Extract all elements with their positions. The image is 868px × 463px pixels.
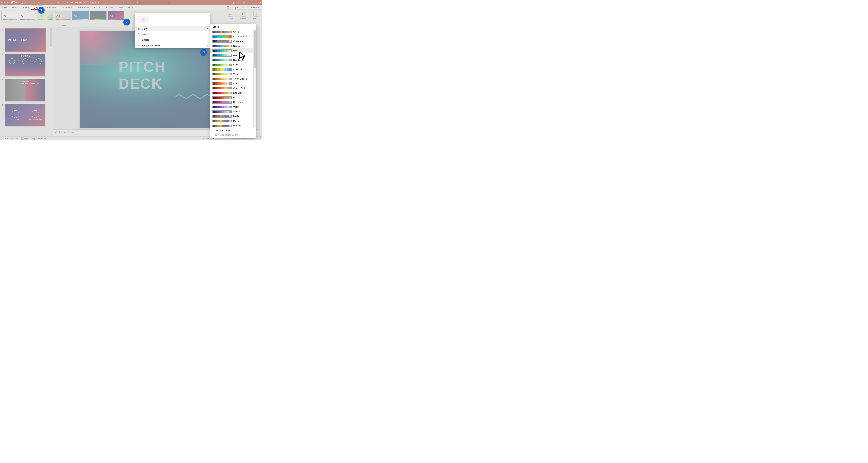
color-scheme-item[interactable]: Paper: [210, 119, 256, 123]
slide-thumbnail[interactable]: THE PROBLEM CURRENT SOLUTION: [5, 104, 45, 126]
theme-thumb[interactable]: Aa: [1, 11, 18, 21]
ribbon-display-icon[interactable]: ▭: [243, 1, 245, 4]
color-scheme-item[interactable]: Office 2007 - 2010: [210, 34, 256, 39]
tab-record[interactable]: Record: [92, 5, 104, 10]
flyout-header: Office: [210, 24, 256, 30]
effects-icon: ◎: [137, 38, 140, 41]
color-scheme-item[interactable]: Red: [210, 95, 256, 100]
tab-file[interactable]: File: [1, 5, 10, 10]
color-swatch-strip: [213, 101, 231, 103]
tab-transitions[interactable]: Transitions: [43, 5, 59, 10]
maximize-icon[interactable]: ☐: [254, 1, 256, 4]
color-scheme-item[interactable]: Blue Warm: [210, 43, 256, 48]
autosave-state: Off: [16, 1, 19, 4]
slide-thumbnail-item[interactable]: 4 THE PROBLEM CURRENT SOLUTION: [2, 104, 52, 126]
thumbnails-scrollbar[interactable]: [50, 27, 53, 136]
menu-item-fonts[interactable]: AFonts›: [135, 31, 210, 37]
window-controls: ◈ ✎ ▭ — ☐ ✕: [233, 1, 261, 4]
color-scheme-item[interactable]: Marquee: [210, 123, 256, 127]
close-icon[interactable]: ✕: [259, 1, 261, 4]
theme-thumb[interactable]: Aa: [55, 11, 71, 21]
reset-theme-colors-item: Reset Slide Theme Colors: [210, 133, 256, 137]
slide-thumbnail[interactable]: TRACTION: [5, 54, 45, 76]
comments-button[interactable]: 💬: [225, 5, 231, 9]
slide-thumbnail[interactable]: PITCH DECK: [5, 29, 45, 52]
quick-access-toolbar: 💾 ↶ ↻ ▷ ▾: [21, 1, 40, 4]
slide-thumbnail-item[interactable]: 1 PITCH DECK: [2, 29, 52, 52]
accessibility-status[interactable]: 🕵 Accessibility: Investigate: [21, 137, 46, 140]
color-swatch-strip: [213, 64, 231, 66]
tab-animations[interactable]: Animations: [59, 5, 75, 10]
theme-thumb[interactable]: Aa: [72, 11, 89, 21]
accessibility-label: Accessibility: Investigate: [24, 137, 46, 140]
menu-item-background-styles[interactable]: ▨Background Styles›: [135, 42, 210, 48]
editor-scrollbar[interactable]: [259, 27, 262, 136]
fit-to-window-icon[interactable]: ⛶: [259, 137, 261, 140]
search-box[interactable]: 🔍 Search (Alt+Q): [121, 1, 170, 4]
color-swatch-strip: [213, 73, 231, 75]
color-scheme-item[interactable]: Office: [210, 30, 256, 34]
thumb-title: MARKET OPPORTUNITIES: [22, 81, 44, 85]
record-button[interactable]: Record: [232, 5, 246, 9]
tab-insert[interactable]: Insert: [21, 5, 31, 10]
color-scheme-label: Marquee: [233, 125, 242, 127]
color-scheme-item[interactable]: Green Yellow: [210, 67, 256, 72]
menu-label: Effects: [142, 38, 149, 41]
menu-item-colors[interactable]: ▦Colors›: [135, 26, 210, 31]
slide-number: 1: [2, 29, 4, 52]
mic-icon[interactable]: ✎: [238, 1, 240, 4]
start-from-beginning-icon[interactable]: ▷: [33, 1, 36, 4]
fonts-icon: A: [137, 33, 140, 35]
theme-thumb[interactable]: Aa: [19, 11, 36, 21]
save-icon[interactable]: 💾: [21, 1, 24, 4]
diamond-icon[interactable]: ◈: [233, 1, 235, 4]
theme-thumb[interactable]: Aa: [107, 11, 124, 21]
color-swatch-strip: [213, 50, 231, 52]
slide-thumbnail-item[interactable]: 2 TRACTION: [2, 54, 52, 76]
tab-review[interactable]: Review: [104, 5, 116, 10]
color-scheme-label: Office 2007 - 2010: [233, 35, 250, 38]
tab-view[interactable]: View: [116, 5, 126, 10]
notes-button[interactable]: ≡ Notes: [203, 137, 210, 140]
color-scheme-item[interactable]: Blue Green: [210, 58, 256, 62]
color-scheme-item[interactable]: Median: [210, 114, 256, 119]
color-scheme-item[interactable]: Violet II: [210, 109, 256, 114]
color-scheme-label: Grayscale: [233, 40, 243, 42]
thumb-label: THE PROBLEM: [10, 119, 20, 120]
redo-icon[interactable]: ↻: [29, 1, 32, 4]
slide-thumbnail[interactable]: MARKET OPPORTUNITIES: [5, 79, 45, 101]
tab-slideshow[interactable]: Slide Show: [75, 5, 92, 10]
color-scheme-item[interactable]: Blue: [210, 53, 256, 58]
color-scheme-item[interactable]: Grayscale: [210, 39, 256, 43]
color-scheme-item[interactable]: Red Orange: [210, 91, 256, 95]
tab-home[interactable]: Home: [10, 5, 21, 10]
menu-item-effects[interactable]: ◎Effects›: [135, 37, 210, 42]
flyout-scrollbar[interactable]: [253, 30, 256, 127]
slide-thumbnail-item[interactable]: 3 MARKET OPPORTUNITIES: [2, 79, 52, 101]
color-scheme-item[interactable]: Yellow Orange: [210, 76, 256, 81]
slide-size-button[interactable]: ▭Slide: [226, 11, 236, 24]
minimize-icon[interactable]: —: [248, 1, 251, 4]
themes-gallery[interactable]: Aa Aa Aa Aa Aa Aa Aa: [1, 11, 124, 21]
undo-icon[interactable]: ↶: [25, 1, 28, 4]
design-ideas-button[interactable]: ⚡Design: [251, 11, 261, 24]
color-scheme-item[interactable]: Orange: [210, 81, 256, 86]
cursor-icon: [239, 52, 248, 62]
qat-dropdown-icon[interactable]: ▾: [37, 1, 40, 4]
autosave-toggle[interactable]: AutoSave Off: [1, 1, 19, 4]
color-scheme-item[interactable]: Red Violet: [210, 100, 256, 104]
theme-thumb[interactable]: Aa: [90, 11, 106, 21]
color-scheme-item[interactable]: Yellow: [210, 72, 256, 76]
color-scheme-item[interactable]: Green: [210, 62, 256, 67]
color-scheme-item[interactable]: Violet: [210, 104, 256, 109]
language-icon[interactable]: ⎘: [17, 137, 18, 140]
color-scheme-label: Blue: [233, 50, 238, 52]
slide-count-label: Slide 1 of 12: [2, 137, 13, 140]
format-background-button[interactable]: 🖼Format: [239, 11, 248, 24]
customize-colors-item[interactable]: Customize Colors...: [210, 128, 256, 133]
share-button[interactable]: ↗ Share: [248, 5, 261, 9]
tab-help[interactable]: Help: [126, 5, 135, 10]
color-scheme-item[interactable]: Blue: [210, 48, 256, 53]
autosave-label: AutoSave: [1, 1, 10, 4]
color-scheme-item[interactable]: Orange Red: [210, 86, 256, 91]
